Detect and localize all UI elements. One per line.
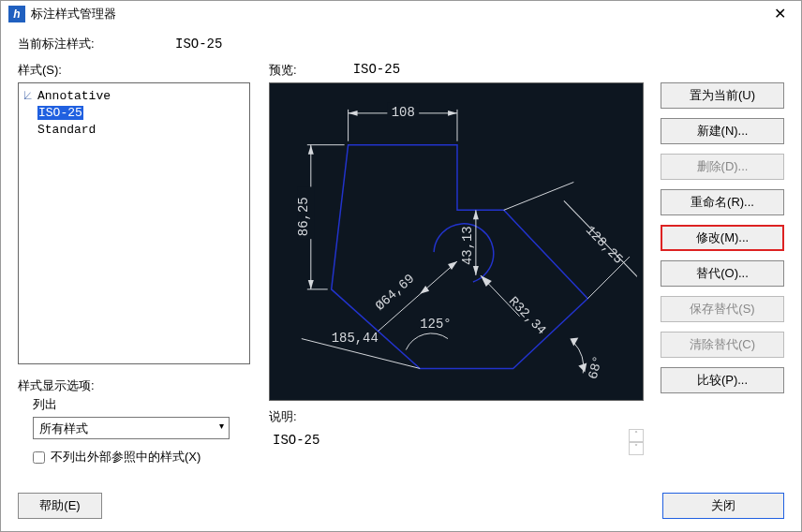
svg-line-23 (587, 257, 630, 299)
current-style-value: ISO-25 (175, 37, 222, 52)
dim-angle: 125° (420, 317, 451, 332)
rename-button[interactable]: 重命名(R)... (661, 189, 784, 215)
clear-override-button: 清除替代(C) (661, 332, 784, 358)
close-button[interactable]: 关闭 (662, 493, 784, 519)
styles-list-label: 样式(S): (18, 62, 269, 79)
compare-button[interactable]: 比较(P)... (661, 367, 784, 393)
dim-radial: 43,13 (460, 226, 475, 265)
dimension-preview-svg: 108 86,25 43,13 (275, 89, 637, 394)
preview-label: 预览: (269, 62, 297, 79)
svg-marker-4 (448, 111, 457, 116)
filter-select-wrap: 所有样式 ▾ (33, 417, 230, 439)
svg-marker-25 (578, 362, 587, 372)
app-icon: h (8, 6, 25, 22)
dim-radius: R32,34 (506, 293, 549, 337)
dim-diameter: Ø64,69 (372, 271, 417, 313)
left-column: ⟀ Annotative ISO-25 Standard 样式显示选项: 列出 (18, 82, 250, 481)
styles-listbox[interactable]: ⟀ Annotative ISO-25 Standard (18, 82, 250, 364)
description-box: ISO-25 ˄ ˅ (269, 429, 644, 481)
content-area: 当前标注样式: ISO-25 样式(S): 预览: ISO-25 ⟀ Annot… (1, 26, 801, 532)
dim-aligned: 185,44 (332, 331, 379, 346)
main-row: ⟀ Annotative ISO-25 Standard 样式显示选项: 列出 (18, 82, 784, 481)
list-item-label: Annotative (37, 89, 111, 103)
footer-row: 帮助(E) 关闭 (18, 481, 784, 519)
button-column: 置为当前(U) 新建(N)... 删除(D)... 重命名(R)... 修改(M… (661, 82, 784, 481)
middle-column: 108 86,25 43,13 (250, 82, 644, 481)
styles-preview-labels-row: 样式(S): 预览: ISO-25 (18, 62, 784, 79)
description-label: 说明: (269, 408, 644, 425)
override-button[interactable]: 替代(O)... (661, 260, 784, 287)
display-options-label: 样式显示选项: (18, 377, 250, 394)
list-item-label: Standard (37, 123, 96, 137)
preview-style-name: ISO-25 (353, 62, 400, 79)
list-sublabel: 列出 (18, 396, 250, 413)
dim-top: 108 (392, 105, 415, 120)
description-area: 说明: ISO-25 ˄ ˅ (269, 408, 644, 481)
help-button[interactable]: 帮助(E) (18, 493, 102, 519)
svg-marker-13 (473, 210, 479, 219)
annotative-icon: ⟀ (24, 89, 37, 103)
set-current-button[interactable]: 置为当前(U) (661, 82, 784, 109)
dim-left: 86,25 (296, 197, 311, 236)
new-button[interactable]: 新建(N)... (661, 118, 784, 144)
list-item[interactable]: Standard (22, 121, 245, 138)
dim-bottom-angle: 68° (586, 354, 606, 380)
filter-select[interactable]: 所有样式 (33, 417, 230, 439)
exclude-xref-checkbox-row[interactable]: 不列出外部参照中的样式(X) (18, 449, 250, 466)
dimension-style-manager-window: h 标注样式管理器 ✕ 当前标注样式: ISO-25 样式(S): 预览: IS… (0, 0, 802, 532)
window-title: 标注样式管理器 (31, 6, 766, 22)
svg-marker-24 (570, 338, 578, 347)
exclude-xref-label: 不列出外部参照中的样式(X) (51, 449, 200, 466)
svg-marker-3 (349, 111, 358, 116)
svg-marker-10 (308, 280, 314, 289)
svg-marker-9 (308, 145, 314, 155)
display-options-group: 样式显示选项: 列出 所有样式 ▾ 不列出外部参照中的样式(X) (18, 377, 250, 466)
save-override-button: 保存替代(S) (661, 296, 784, 322)
delete-button: 删除(D)... (661, 154, 784, 180)
list-item[interactable]: ⟀ Annotative (22, 87, 245, 104)
close-icon[interactable]: ✕ (766, 1, 794, 26)
description-spinner[interactable]: ˄ ˅ (629, 429, 644, 455)
svg-line-22 (504, 182, 574, 210)
svg-marker-14 (473, 266, 479, 275)
description-text: ISO-25 (273, 433, 319, 448)
chevron-up-icon[interactable]: ˄ (629, 429, 644, 442)
current-style-label: 当前标注样式: (18, 36, 175, 52)
current-style-row: 当前标注样式: ISO-25 (18, 36, 784, 52)
exclude-xref-checkbox[interactable] (33, 451, 45, 464)
titlebar: h 标注样式管理器 ✕ (1, 1, 801, 26)
dim-right: 128,25 (583, 223, 626, 267)
modify-button[interactable]: 修改(M)... (661, 225, 784, 251)
chevron-down-icon[interactable]: ˅ (629, 442, 644, 455)
list-item-label: ISO-25 (37, 106, 83, 120)
list-item[interactable]: ISO-25 (22, 104, 245, 121)
preview-panel: 108 86,25 43,13 (269, 82, 644, 401)
